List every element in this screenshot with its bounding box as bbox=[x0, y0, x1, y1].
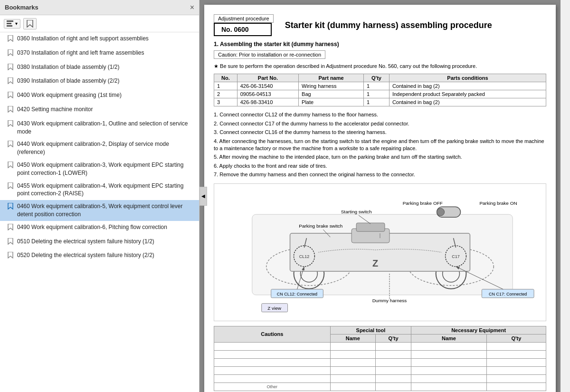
bookmark-label: 0390 Installation of blade assembly (2/2… bbox=[17, 77, 119, 85]
svg-rect-0 bbox=[7, 20, 13, 22]
tool-name-header: Name bbox=[330, 334, 375, 342]
table-row: 2 bbox=[214, 90, 238, 98]
list-item: 7. Remove the dummy harness and then con… bbox=[214, 171, 546, 178]
bookmark-icon bbox=[27, 20, 33, 28]
svg-text:C17: C17 bbox=[452, 254, 459, 258]
bookmark-item-0460[interactable]: 0460 Work equipment calibration-5, Work … bbox=[0, 200, 199, 221]
bookmark-flag-icon bbox=[8, 77, 13, 86]
bookmark-icon-button[interactable] bbox=[23, 18, 37, 29]
cautions-header: Cautions bbox=[214, 326, 331, 342]
bookmark-label: 0420 Setting machine monitor bbox=[17, 105, 93, 114]
document-header: Adjustment procedure No. 0600 Starter ki… bbox=[214, 14, 546, 36]
col-partno: Part No. bbox=[237, 74, 298, 82]
bookmark-flag-icon bbox=[8, 49, 13, 58]
bookmark-item-0360[interactable]: 0360 Installation of right and left supp… bbox=[0, 32, 199, 47]
table-row: 1 bbox=[364, 90, 390, 98]
adj-procedure-label: Adjustment procedure bbox=[214, 14, 274, 23]
svg-text:Starting switch: Starting switch bbox=[341, 209, 372, 214]
sidebar-collapse-button[interactable]: ◀ bbox=[200, 187, 207, 206]
sidebar-header: Bookmarks × bbox=[0, 0, 199, 15]
bookmark-item-0520[interactable]: 0520 Deleting the electrical system fail… bbox=[0, 249, 199, 263]
special-tool-header: Special tool bbox=[330, 326, 411, 334]
svg-text:Parking brake switch: Parking brake switch bbox=[299, 223, 342, 229]
bookmark-flag-icon bbox=[8, 120, 13, 129]
bookmark-flag-icon bbox=[8, 224, 13, 233]
bookmark-flag-icon bbox=[8, 64, 13, 73]
svg-text:Parking brake ON: Parking brake ON bbox=[479, 201, 517, 206]
tool-qty-header: Q'ty bbox=[375, 334, 411, 342]
table-row: 426-98-33410 bbox=[237, 98, 298, 106]
bookmark-flag-icon bbox=[8, 92, 13, 101]
table-row: Bag bbox=[299, 90, 364, 98]
expand-icon bbox=[7, 20, 14, 27]
table-row: Contained in bag (2) bbox=[389, 98, 546, 106]
table-row bbox=[214, 342, 331, 350]
document-title: Starter kit (dummy harness) assembling p… bbox=[285, 20, 492, 30]
bookmark-label: 0450 Work equipment calibration-3, Work … bbox=[17, 161, 194, 177]
bookmark-flag-icon bbox=[8, 203, 13, 212]
bookmark-flag-icon bbox=[8, 182, 13, 191]
bookmark-label: 0440 Work equipment calibration-2, Displ… bbox=[17, 140, 194, 156]
equip-name-header: Name bbox=[411, 334, 486, 342]
table-row bbox=[214, 350, 331, 358]
bookmark-item-0490[interactable]: 0490 Work equipment calibration-6, Pitch… bbox=[0, 221, 199, 235]
list-item: 2. Connect connector C17 of the dummy ha… bbox=[214, 120, 546, 127]
bookmark-label: 0520 Deleting the electrical system fail… bbox=[17, 251, 154, 259]
svg-text:Z: Z bbox=[372, 258, 378, 268]
expand-bookmarks-button[interactable]: ▾ bbox=[4, 19, 20, 29]
equip-qty-header: Q'ty bbox=[486, 334, 546, 342]
table-row: Plate bbox=[299, 98, 364, 106]
bookmark-flag-icon bbox=[8, 252, 13, 261]
table-row: Other bbox=[214, 382, 331, 391]
table-row: Independent product Separately packed bbox=[389, 90, 546, 98]
bookmark-item-0420[interactable]: 0420 Setting machine monitor bbox=[0, 103, 199, 117]
svg-text:CL12: CL12 bbox=[299, 254, 309, 258]
document-page: Adjustment procedure No. 0600 Starter ki… bbox=[204, 5, 556, 392]
col-no: No. bbox=[214, 74, 238, 82]
bottom-requirements-table: Cautions Special tool Necessary Equipmen… bbox=[214, 326, 546, 391]
list-item: 1. Connect connector CL12 of the dummy h… bbox=[214, 111, 546, 118]
machine-diagram: CL12 CN CL12: Connected C17 CN C17: Conn… bbox=[214, 184, 546, 321]
bookmark-item-0450[interactable]: 0450 Work equipment calibration-3, Work … bbox=[0, 159, 199, 180]
note-text: ★ Be sure to perform the operation descr… bbox=[214, 63, 546, 70]
svg-text:Z view: Z view bbox=[267, 305, 282, 310]
table-row: 1 bbox=[364, 82, 390, 90]
svg-rect-1 bbox=[7, 23, 11, 24]
sidebar-toolbar: ▾ bbox=[0, 15, 199, 32]
steps-list: 1. Connect connector CL12 of the dummy h… bbox=[214, 111, 546, 178]
list-item: 5. After moving the machine to the inten… bbox=[214, 153, 546, 161]
bookmark-item-0430[interactable]: 0430 Work equipment calibration-1, Outli… bbox=[0, 117, 199, 138]
bookmark-label: 0490 Work equipment calibration-6, Pitch… bbox=[17, 223, 167, 231]
bookmark-label: 0360 Installation of right and left supp… bbox=[17, 35, 149, 43]
close-icon[interactable]: × bbox=[190, 4, 194, 11]
bookmark-item-0440[interactable]: 0440 Work equipment calibration-2, Displ… bbox=[0, 138, 199, 159]
table-row: 1 bbox=[214, 82, 238, 90]
bookmark-flag-icon bbox=[8, 162, 13, 171]
bookmark-label: 0400 Work equipment greasing (1st time) bbox=[17, 91, 122, 99]
bookmark-label: 0460 Work equipment calibration-5, Work … bbox=[17, 202, 194, 219]
bookmark-item-0390[interactable]: 0390 Installation of blade assembly (2/2… bbox=[0, 75, 199, 89]
bookmark-flag-icon bbox=[8, 238, 13, 247]
table-row bbox=[214, 374, 331, 382]
table-row bbox=[214, 358, 331, 366]
bookmark-item-0370[interactable]: 0370 Installation of right and left fram… bbox=[0, 47, 199, 61]
parts-table: No. Part No. Part name Q'ty Parts condit… bbox=[214, 74, 546, 106]
bookmarks-sidebar: Bookmarks × ▾ 0360 Installation of right… bbox=[0, 0, 200, 392]
col-conditions: Parts conditions bbox=[389, 74, 546, 82]
bookmark-label: 0455 Work equipment calibration-4, Work … bbox=[17, 182, 194, 198]
bookmark-item-0455[interactable]: 0455 Work equipment calibration-4, Work … bbox=[0, 180, 199, 201]
bookmark-item-0380[interactable]: 0380 Installation of blade assembly (1/2… bbox=[0, 61, 199, 75]
bookmark-list: 0360 Installation of right and left supp… bbox=[0, 32, 199, 392]
col-partname: Part name bbox=[299, 74, 364, 82]
bookmark-label: 0510 Deleting the electrical system fail… bbox=[17, 238, 154, 246]
bookmark-item-0400[interactable]: 0400 Work equipment greasing (1st time) bbox=[0, 89, 199, 103]
list-item: 4. After connecting the harnesses, turn … bbox=[214, 138, 546, 153]
bookmark-item-0510[interactable]: 0510 Deleting the electrical system fail… bbox=[0, 235, 199, 249]
svg-text:Parking brake OFF: Parking brake OFF bbox=[403, 201, 443, 206]
bookmark-label: 0370 Installation of right and left fram… bbox=[17, 49, 144, 57]
list-item: 3. Connect connector CL16 of the dummy h… bbox=[214, 129, 546, 136]
svg-rect-2 bbox=[7, 25, 12, 27]
caution-box: Caution: Prior to installation or re-con… bbox=[214, 50, 325, 59]
section1-title: 1. Assembling the starter kit (dummy har… bbox=[214, 41, 546, 48]
bookmark-flag-icon bbox=[8, 35, 13, 44]
